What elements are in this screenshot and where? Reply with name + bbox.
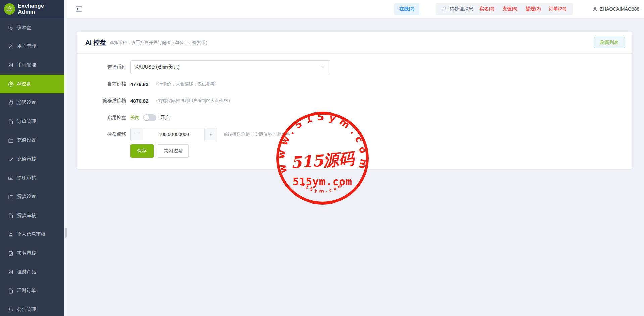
coins-icon (8, 62, 14, 68)
decrement-button[interactable]: − (131, 128, 143, 141)
card-header: AI 控盘 选择币种，设置控盘开关与偏移（单位：计价货币） 刷新列表 (77, 32, 632, 54)
sidebar-item-label: 提现审核 (17, 175, 36, 181)
sidebar-item-个人信息审核[interactable]: 个人信息审核 (0, 225, 64, 244)
chevron-down-icon (320, 65, 325, 70)
folder-icon (8, 138, 14, 143)
sidebar-item-AI控盘[interactable]: AI控盘 (0, 75, 64, 93)
page-subtitle: 选择币种，设置控盘开关与偏移（单位：计价货币） (109, 40, 210, 46)
sidebar-item-label: 实名审核 (17, 250, 36, 256)
sidebar-item-期限设置[interactable]: 期限设置 (0, 93, 64, 112)
sidebar-item-充值设置[interactable]: 充值设置 (0, 131, 64, 150)
coins-icon (8, 269, 14, 275)
sidebar-item-label: 公告管理 (17, 307, 36, 313)
bell-icon (8, 307, 14, 313)
user-filled-icon (8, 232, 14, 237)
cash-icon (8, 175, 14, 181)
symbol-label: 选择币种 (85, 64, 126, 70)
bell-icon (442, 6, 447, 12)
app-title: Exchange Admin (18, 3, 60, 15)
sidebar-scrollbar[interactable] (64, 0, 67, 316)
notice-link[interactable]: 充值(6) (502, 6, 517, 12)
sidebar-item-label: 充值设置 (17, 137, 36, 143)
offset-price-label: 偏移后价格 (85, 98, 126, 104)
refresh-list-button[interactable]: 刷新列表 (594, 37, 625, 48)
symbol-row: 选择币种 XAUUSD (黄金/美元) (85, 60, 624, 74)
ai-control-card: AI 控盘 选择币种，设置控盘开关与偏移（单位：计价货币） 刷新列表 选择币种 … (77, 32, 632, 169)
sidebar-item-label: 仪表盘 (17, 25, 31, 31)
main-area: 在线(2) 待处理消息: 实名(2)充值(6)提现(2)订单(22) ZHAOC… (67, 0, 644, 316)
actions-row: 保存 关闭控盘 (85, 144, 624, 158)
current-price-hint: （行情价，未含偏移，仅供参考） (154, 81, 219, 87)
sidebar-item-label: 币种管理 (17, 62, 36, 68)
pending-messages: 待处理消息: 实名(2)充值(6)提现(2)订单(22) (436, 3, 573, 15)
page-title: AI 控盘 (85, 38, 106, 47)
sidebar-item-公告管理[interactable]: 公告管理 (0, 300, 64, 316)
notice-link[interactable]: 实名(2) (479, 6, 494, 12)
enable-label: 启用控盘 (85, 115, 126, 121)
offset-price-value: 4876.82 (130, 98, 148, 104)
current-price-label: 当前价格 (85, 81, 126, 87)
notice-link[interactable]: 提现(2) (526, 6, 541, 12)
sidebar-item-实名审核[interactable]: 实名审核 (0, 244, 64, 263)
enable-off-label: 关闭 (130, 115, 140, 121)
sidebar-item-label: 贷款设置 (17, 194, 36, 200)
presentation-chart-icon (6, 6, 13, 12)
online-badge[interactable]: 在线(2) (394, 3, 419, 15)
user-menu[interactable]: ZHAOCAIMAO888 (592, 6, 639, 12)
notice-link[interactable]: 订单(22) (549, 6, 567, 12)
sidebar-item-仪表盘[interactable]: 仪表盘 (0, 18, 64, 37)
app-window: Exchange Admin 仪表盘用户管理币种管理AI控盘期限设置订单管理充值… (0, 0, 644, 316)
folder-icon (8, 194, 14, 200)
sidebar-item-理财产品[interactable]: 理财产品 (0, 263, 64, 281)
enable-toggle-knob (144, 115, 149, 120)
sidebar-item-币种管理[interactable]: 币种管理 (0, 56, 64, 75)
sidebar-item-贷款设置[interactable]: 贷款设置 (0, 187, 64, 206)
sidebar-item-label: AI控盘 (17, 81, 31, 87)
dashboard-icon (8, 25, 14, 31)
offset-price-row: 偏移后价格 4876.82 （前端实际推送到用户看到的大盘价格） (85, 94, 624, 107)
content: AI 控盘 选择币种，设置控盘开关与偏移（单位：计价货币） 刷新列表 选择币种 … (67, 18, 644, 316)
sidebar-scrollbar-thumb[interactable] (65, 228, 67, 238)
enable-row: 启用控盘 关闭 开启 (85, 111, 624, 124)
sidebar-item-label: 贷款审核 (17, 213, 36, 219)
enable-on-label: 开启 (160, 115, 170, 121)
doc-check-icon (8, 251, 14, 256)
check-icon (8, 156, 14, 162)
sidebar-item-充值审核[interactable]: 充值审核 (0, 150, 64, 169)
logo-row: Exchange Admin (0, 0, 64, 18)
app-logo (4, 3, 15, 15)
doc-icon (8, 288, 14, 294)
sidebar-menu: 仪表盘用户管理币种管理AI控盘期限设置订单管理充值设置充值审核提现审核贷款设置贷… (0, 18, 64, 316)
user-icon (8, 44, 14, 49)
user-icon (592, 6, 598, 12)
doc-icon (8, 213, 14, 219)
sidebar-item-理财订单[interactable]: 理财订单 (0, 281, 64, 300)
sidebar-item-label: 订单管理 (17, 119, 36, 125)
offset-label: 控盘偏移 (85, 131, 126, 137)
pending-message-counts: 实名(2)充值(6)提现(2)订单(22) (479, 6, 566, 12)
sidebar-item-提现审核[interactable]: 提现审核 (0, 169, 64, 187)
sidebar-item-label: 用户管理 (17, 43, 36, 49)
sidebar-item-用户管理[interactable]: 用户管理 (0, 37, 64, 56)
close-control-button[interactable]: 关闭控盘 (158, 144, 189, 158)
offset-stepper: − + (130, 128, 217, 141)
current-price-value: 4776.82 (130, 81, 148, 87)
sidebar-item-label: 个人信息审核 (17, 231, 45, 237)
enable-toggle[interactable] (143, 114, 156, 121)
sidebar-item-label: 理财订单 (17, 288, 36, 294)
offset-hint: 前端推送价格 = 实际价格 + 此偏移 (224, 131, 290, 137)
sidebar: Exchange Admin 仪表盘用户管理币种管理AI控盘期限设置订单管理充值… (0, 0, 64, 316)
sidebar-item-label: 充值审核 (17, 156, 36, 162)
sidebar-item-订单管理[interactable]: 订单管理 (0, 112, 64, 131)
sidebar-item-贷款审核[interactable]: 贷款审核 (0, 206, 64, 225)
increment-button[interactable]: + (204, 128, 217, 141)
pending-messages-label: 待处理消息: (450, 6, 475, 12)
offset-input[interactable] (143, 128, 204, 141)
symbol-select-value: XAUUSD (黄金/美元) (135, 64, 179, 70)
menu-fold-icon[interactable] (75, 6, 83, 12)
doc-icon (8, 119, 14, 125)
current-price-row: 当前价格 4776.82 （行情价，未含偏移，仅供参考） (85, 77, 624, 91)
offset-price-hint: （前端实际推送到用户看到的大盘价格） (154, 98, 232, 104)
save-button[interactable]: 保存 (130, 144, 154, 158)
symbol-select[interactable]: XAUUSD (黄金/美元) (130, 60, 330, 74)
